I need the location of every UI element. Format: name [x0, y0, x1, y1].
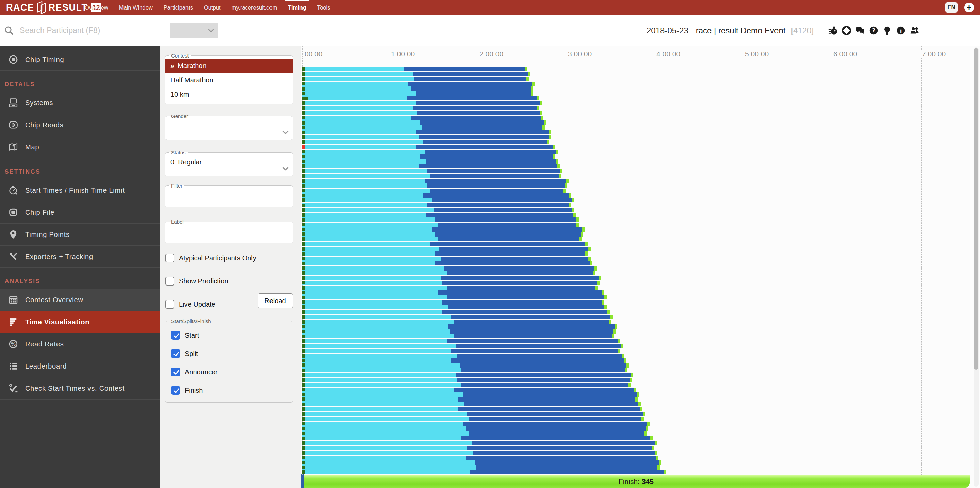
checkbox-box[interactable]	[171, 367, 180, 377]
add-window-button[interactable]: +	[964, 3, 974, 12]
participant-time-bar[interactable]	[302, 310, 610, 315]
nav-output[interactable]: Output	[198, 0, 226, 15]
filter-box[interactable]: Filter	[165, 183, 293, 207]
participant-time-bar[interactable]	[302, 208, 574, 212]
nav-main-window[interactable]: Main Window	[114, 0, 158, 15]
participant-time-bar[interactable]	[302, 145, 555, 149]
participant-time-bar[interactable]	[302, 261, 592, 266]
participant-time-bar[interactable]	[302, 286, 598, 290]
participant-time-bar[interactable]	[302, 431, 646, 436]
participant-time-bar[interactable]	[302, 397, 638, 402]
participant-time-bar[interactable]	[302, 203, 571, 208]
participant-time-bar[interactable]	[302, 135, 551, 140]
participant-time-bar[interactable]	[302, 169, 563, 173]
sidebar-item-check-start-times-vs-contest[interactable]: Check Start Times vs. Contest	[0, 377, 160, 399]
participant-time-bar[interactable]	[302, 305, 607, 309]
help-icon[interactable]: ?	[869, 25, 878, 35]
participant-time-bar[interactable]	[302, 422, 649, 426]
checkbox-box[interactable]	[171, 386, 180, 395]
participant-time-bar[interactable]	[302, 101, 542, 105]
contest-option-half-marathon[interactable]: Half Marathon	[165, 73, 293, 87]
participant-time-bar[interactable]	[302, 281, 600, 285]
participant-time-bar[interactable]	[302, 72, 530, 76]
vertical-scrollbar[interactable]	[974, 47, 978, 486]
participant-time-bar[interactable]	[302, 266, 597, 270]
participant-time-bar[interactable]	[302, 232, 583, 237]
participant-time-bar[interactable]	[302, 154, 555, 159]
checkbox-live-update[interactable]: Live Update	[165, 299, 215, 309]
label-box[interactable]: Label	[165, 219, 293, 243]
participant-time-bar[interactable]	[302, 159, 558, 164]
participant-time-bar[interactable]	[302, 174, 561, 178]
participant-time-bar[interactable]	[302, 213, 576, 217]
participant-time-bar[interactable]	[302, 257, 591, 261]
participant-time-bar[interactable]	[302, 373, 633, 377]
participant-time-bar[interactable]	[302, 383, 630, 387]
participant-time-bar[interactable]	[302, 218, 579, 222]
participant-time-bar[interactable]	[302, 315, 613, 319]
reload-button[interactable]: Reload	[258, 293, 293, 308]
participant-time-bar[interactable]	[302, 426, 648, 431]
quick-select-dropdown[interactable]	[170, 23, 218, 38]
sidebar-item-start-times-finish-time-limit[interactable]: Start Times / Finish Time Limit	[0, 180, 160, 202]
nav-my-raceresult-com[interactable]: my.raceresult.com	[226, 0, 283, 15]
checkbox-box[interactable]	[171, 331, 180, 340]
sidebar-item-systems[interactable]: Systems	[0, 92, 160, 114]
participant-time-bar[interactable]	[302, 247, 591, 251]
participant-time-bar[interactable]	[302, 456, 659, 460]
participant-time-bar[interactable]	[302, 223, 579, 227]
checkbox-box[interactable]	[165, 277, 174, 286]
sidebar-item-leaderboard[interactable]: Leaderboard	[0, 355, 160, 377]
participant-time-bar[interactable]	[302, 378, 632, 382]
participant-time-bar[interactable]	[302, 354, 624, 358]
search-input[interactable]	[19, 25, 142, 35]
checkbox-announcer[interactable]: Announcer	[171, 363, 289, 381]
participant-time-bar[interactable]	[302, 116, 543, 120]
participant-time-bar[interactable]	[302, 91, 533, 95]
checkbox-atypical-participants-only[interactable]: Atypical Participants Only	[165, 253, 256, 263]
participant-time-bar[interactable]	[302, 393, 640, 397]
participant-time-bar[interactable]	[302, 320, 611, 324]
participant-time-bar[interactable]	[302, 121, 546, 125]
participant-time-bar[interactable]	[302, 451, 657, 455]
participant-time-bar[interactable]	[302, 470, 666, 474]
sidebar-item-chip-reads[interactable]: Chip Reads	[0, 114, 160, 136]
participant-time-bar[interactable]	[302, 86, 533, 91]
page-badge[interactable]: 2	[301, 474, 304, 488]
participant-time-bar[interactable]	[302, 329, 616, 334]
participant-time-bar[interactable]	[302, 179, 569, 183]
participant-time-bar[interactable]	[302, 77, 529, 81]
timing-icon[interactable]	[828, 25, 838, 35]
sidebar-item-timing-points[interactable]: Timing Points	[0, 224, 160, 246]
participant-time-bar[interactable]	[302, 465, 660, 470]
nav-participants[interactable]: Participants	[158, 0, 198, 15]
participant-time-bar[interactable]	[302, 441, 657, 445]
gender-box[interactable]: Gender	[165, 113, 293, 140]
participant-time-bar[interactable]	[302, 130, 551, 135]
participant-time-bar[interactable]	[302, 183, 567, 188]
info-icon[interactable]: i	[896, 25, 906, 35]
participant-time-bar[interactable]	[302, 251, 588, 256]
sidebar-item-exporters-tracking[interactable]: Exporters + Tracking	[0, 246, 160, 268]
participant-time-bar[interactable]	[302, 368, 627, 373]
scrollbar-thumb[interactable]	[974, 48, 978, 370]
nav-overview[interactable]: Overview	[79, 0, 114, 15]
sidebar-item-contest-overview[interactable]: Contest Overview	[0, 289, 160, 311]
participant-time-bar[interactable]	[302, 189, 566, 193]
participant-time-bar[interactable]	[302, 242, 588, 246]
participant-time-bar[interactable]	[302, 96, 539, 101]
tips-icon[interactable]	[882, 25, 892, 35]
participant-time-bar[interactable]	[302, 363, 629, 367]
checkbox-show-prediction[interactable]: Show Prediction	[165, 276, 228, 286]
participant-time-bar[interactable]	[302, 300, 604, 305]
participant-time-bar[interactable]	[302, 358, 626, 363]
language-button[interactable]: EN	[945, 2, 958, 13]
checkbox-finish[interactable]: Finish	[171, 381, 289, 399]
contest-option-10-km[interactable]: 10 km	[165, 87, 293, 102]
participant-time-bar[interactable]	[302, 164, 560, 168]
participant-time-bar[interactable]	[302, 407, 642, 412]
participant-time-bar[interactable]	[302, 339, 620, 343]
checkbox-box[interactable]	[165, 254, 174, 262]
sidebar-item-time-visualisation[interactable]: Time Visualisation	[0, 311, 160, 333]
checkbox-split[interactable]: Split	[171, 344, 289, 363]
